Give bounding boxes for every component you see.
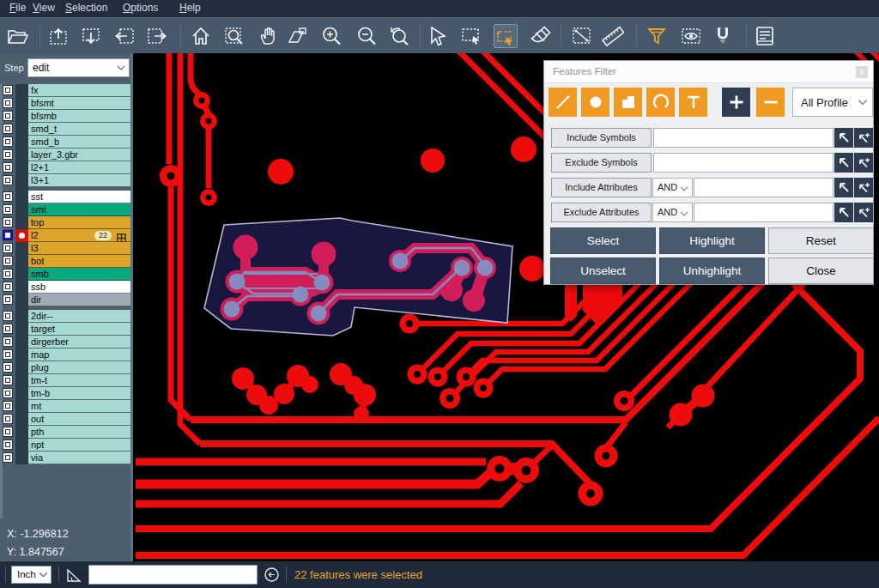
select-button[interactable]: Select (550, 227, 656, 254)
zoom-out-icon[interactable] (355, 24, 379, 48)
layer-name-dir[interactable]: dir (28, 294, 130, 306)
layer-checkbox-l2+1[interactable] (3, 162, 13, 173)
zoom-window-icon[interactable] (223, 24, 247, 48)
report-list-icon[interactable] (753, 24, 777, 48)
layer-name-dirgerber[interactable]: dirgerber (28, 336, 130, 349)
layer-name-fx[interactable]: fx (28, 84, 130, 97)
layer-checkbox-l2[interactable] (3, 230, 13, 240)
layer-gutter[interactable] (15, 123, 28, 136)
layer-checkbox-dir[interactable] (3, 294, 13, 305)
pick-add-button[interactable] (854, 203, 873, 222)
clean-brush-icon[interactable] (529, 24, 553, 48)
layer-name-bfsmb[interactable]: bfsmb (28, 110, 130, 123)
layer-checkbox-smd_t[interactable] (3, 124, 13, 134)
filter-label-exclude-attributes[interactable]: Exclude Attributes (551, 203, 652, 222)
layer-checkbox-tm-t[interactable] (3, 375, 13, 385)
layer-gutter[interactable] (15, 387, 28, 400)
layer-gutter[interactable] (15, 149, 28, 161)
layer-checkbox-smt[interactable] (3, 204, 13, 215)
layer-name-tm-t[interactable]: tm-t (28, 374, 130, 387)
layer-checkbox-bfsmt[interactable] (3, 98, 13, 108)
layer-name-ssb[interactable]: ssb (28, 281, 130, 294)
profile-select[interactable]: All Profile (792, 88, 873, 117)
filter-input-include-symbols[interactable] (653, 128, 834, 148)
layer-gutter[interactable] (15, 203, 28, 216)
layer-gutter[interactable] (15, 216, 28, 229)
filter-surface-icon[interactable] (614, 88, 642, 117)
pick-button[interactable] (834, 153, 853, 173)
layer-gutter[interactable] (15, 374, 28, 387)
pick-button[interactable] (834, 203, 853, 222)
layer-name-top[interactable]: top (28, 216, 130, 229)
layer-checkbox-map[interactable] (3, 349, 13, 360)
layer-checkbox-ssb[interactable] (3, 282, 13, 292)
layer-checkbox-tm-b[interactable] (3, 388, 13, 398)
open-folder-icon[interactable] (5, 24, 29, 48)
measure-line-icon[interactable] (570, 24, 594, 48)
layer-gutter[interactable] (15, 439, 28, 452)
layer-checkbox-layer_3.gbr[interactable] (3, 149, 13, 160)
layer-checkbox-bot[interactable] (3, 256, 13, 266)
pick-add-button[interactable] (854, 178, 873, 197)
layer-gutter[interactable] (15, 84, 28, 97)
measure-ruler-icon[interactable] (601, 24, 625, 48)
paste-up-icon[interactable] (47, 24, 71, 48)
layer-checkbox-pth[interactable] (3, 427, 13, 437)
unselect-button[interactable]: Unselect (550, 258, 656, 284)
menu-file[interactable]: File (9, 2, 26, 14)
layer-checkbox-smd_b[interactable] (3, 136, 13, 147)
paste-left-icon[interactable] (112, 24, 136, 48)
filter-label-include-attributes[interactable]: Include Attributes (551, 178, 652, 197)
layer-name-target[interactable]: target (28, 323, 130, 336)
layer-gutter[interactable] (15, 323, 28, 336)
layer-name-l3+1[interactable]: l3+1 (28, 174, 130, 187)
layer-gutter[interactable] (15, 361, 28, 374)
layer-checkbox-l3[interactable] (3, 243, 13, 253)
layer-checkbox-sst[interactable] (3, 191, 13, 202)
layer-name-l2+1[interactable]: l2+1 (28, 161, 130, 174)
layer-name-tm-b[interactable]: tm-b (28, 387, 130, 400)
close-button[interactable]: Close (768, 258, 874, 284)
layer-name-smb[interactable]: smb (28, 268, 130, 281)
filter-negative-icon[interactable] (756, 88, 785, 117)
menu-selection[interactable]: Selection (65, 2, 107, 14)
select-pointer-icon[interactable] (426, 24, 450, 48)
layer-name-mt[interactable]: mt (28, 400, 130, 413)
paste-right-icon[interactable] (145, 24, 169, 48)
filter-label-include-symbols[interactable]: Include Symbols (551, 128, 652, 148)
view-options-icon[interactable] (679, 24, 703, 48)
layer-gutter[interactable] (15, 400, 28, 413)
filter-positive-icon[interactable] (722, 88, 750, 117)
features-filter-icon[interactable] (645, 24, 669, 48)
filter-text-icon[interactable] (679, 88, 707, 117)
filter-line-icon[interactable] (549, 88, 577, 117)
layer-gutter[interactable] (15, 161, 28, 174)
menu-options[interactable]: Options (123, 2, 158, 14)
zoom-in-icon[interactable] (319, 24, 343, 48)
pick-button[interactable] (834, 128, 853, 148)
layer-checkbox-npt[interactable] (3, 439, 13, 450)
command-input[interactable] (88, 565, 258, 585)
layer-gutter[interactable] (15, 191, 28, 203)
layer-gutter[interactable] (15, 97, 28, 110)
step-select[interactable]: edit (27, 58, 130, 77)
filter-pad-icon[interactable] (581, 88, 609, 117)
move-view-icon[interactable] (285, 24, 309, 48)
layer-gutter[interactable] (15, 110, 28, 123)
grid-icon[interactable] (117, 231, 126, 240)
sync-icon[interactable] (264, 567, 280, 583)
layer-name-bot[interactable]: bot (28, 255, 130, 268)
pick-add-button[interactable] (854, 153, 873, 173)
filter-input-exclude-attributes[interactable] (694, 203, 834, 222)
pick-button[interactable] (834, 178, 853, 197)
layer-gutter[interactable] (15, 174, 28, 187)
layer-checkbox-top[interactable] (3, 217, 13, 227)
logic-select[interactable]: AND (652, 203, 693, 222)
zoom-previous-icon[interactable] (387, 24, 411, 48)
layer-name-l3[interactable]: l3 (28, 242, 130, 255)
layer-name-pth[interactable]: pth (28, 426, 130, 439)
layer-name-smd_b[interactable]: smd_b (28, 136, 130, 149)
layer-checkbox-dirgerber[interactable] (3, 336, 13, 347)
layer-checkbox-smb[interactable] (3, 269, 13, 279)
layer-checkbox-mt[interactable] (3, 401, 13, 411)
